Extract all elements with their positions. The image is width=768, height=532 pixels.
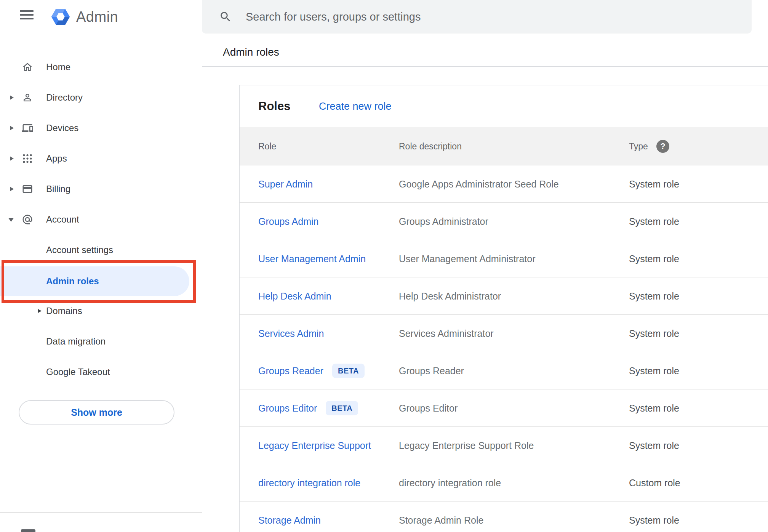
chevron-right-icon[interactable] bbox=[10, 126, 14, 130]
role-type: System role bbox=[629, 290, 679, 301]
role-link[interactable]: Legacy Enterprise Support bbox=[258, 440, 371, 451]
home-icon bbox=[22, 61, 33, 73]
devices-icon bbox=[22, 122, 33, 134]
sidebar-divider bbox=[0, 512, 202, 513]
role-type: System role bbox=[629, 328, 679, 339]
role-link[interactable]: Help Desk Admin bbox=[258, 290, 331, 301]
role-type: System role bbox=[629, 178, 679, 189]
chevron-right-icon[interactable] bbox=[10, 156, 14, 161]
search-bar bbox=[202, 0, 752, 34]
admin-console-page: Admin Home Directory Devices bbox=[0, 0, 768, 532]
create-new-role-link[interactable]: Create new role bbox=[319, 101, 392, 112]
roles-card: Roles Create new role Role Role descript… bbox=[239, 85, 768, 532]
role-link[interactable]: Services Admin bbox=[258, 328, 324, 339]
sidebar-item-account-settings[interactable]: Account settings bbox=[0, 235, 202, 265]
search-input[interactable] bbox=[246, 0, 733, 34]
sidebar-item-data-migration[interactable]: Data migration bbox=[0, 326, 202, 357]
table-row: Super Admin Google Apps Administrator Se… bbox=[240, 165, 768, 203]
apps-grid-icon bbox=[22, 153, 33, 164]
roles-table: Super Admin Google Apps Administrator Se… bbox=[240, 165, 768, 532]
chevron-down-icon[interactable] bbox=[8, 218, 14, 222]
sidebar-item-directory[interactable]: Directory bbox=[0, 82, 202, 113]
beta-badge: BETA bbox=[332, 364, 365, 378]
sidebar-item-label: Domains bbox=[46, 306, 82, 316]
table-row: Groups Reader BETA Groups Reader System … bbox=[240, 352, 768, 389]
table-row: Legacy Enterprise Support Legacy Enterpr… bbox=[240, 427, 768, 464]
role-type: System role bbox=[629, 365, 679, 376]
brand-header: Admin bbox=[0, 0, 202, 38]
role-description: Services Administrator bbox=[399, 328, 494, 339]
person-icon bbox=[22, 92, 33, 103]
clipped-icon bbox=[21, 529, 35, 532]
role-link[interactable]: Groups Reader bbox=[258, 365, 323, 376]
hamburger-menu-icon[interactable] bbox=[20, 10, 34, 21]
role-description: Groups Editor bbox=[399, 402, 458, 413]
role-type: Custom role bbox=[629, 477, 680, 488]
sidebar-item-home[interactable]: Home bbox=[0, 52, 202, 82]
credit-card-icon bbox=[22, 183, 33, 195]
card-header: Roles Create new role bbox=[240, 85, 768, 127]
sidebar-item-label: Account bbox=[46, 214, 79, 225]
chevron-right-icon[interactable] bbox=[38, 309, 42, 313]
role-description: Google Apps Administrator Seed Role bbox=[399, 178, 559, 189]
role-description: Legacy Enterprise Support Role bbox=[399, 440, 534, 451]
search-icon bbox=[219, 10, 232, 23]
sidebar-item-label: Admin roles bbox=[46, 276, 99, 287]
role-link[interactable]: Storage Admin bbox=[258, 514, 321, 526]
role-link[interactable]: Groups Admin bbox=[258, 216, 318, 227]
sidebar: Admin Home Directory Devices bbox=[0, 0, 202, 532]
sidebar-item-label: Home bbox=[46, 62, 70, 72]
sidebar-item-google-takeout[interactable]: Google Takeout bbox=[0, 357, 202, 387]
sidebar-item-label: Google Takeout bbox=[46, 367, 110, 377]
role-description: User Management Administrator bbox=[399, 253, 535, 264]
sidebar-item-label: Billing bbox=[46, 184, 70, 194]
column-header-role: Role bbox=[258, 141, 276, 151]
sidebar-item-label: Devices bbox=[46, 123, 78, 133]
page-title: Roles bbox=[258, 99, 290, 113]
role-type: System role bbox=[629, 253, 679, 264]
chevron-right-icon[interactable] bbox=[10, 95, 14, 100]
role-type: System role bbox=[629, 216, 679, 227]
table-row: Services Admin Services Administrator Sy… bbox=[240, 315, 768, 352]
role-type: System role bbox=[629, 514, 679, 526]
role-description: Help Desk Administrator bbox=[399, 290, 501, 301]
sidebar-item-label: Apps bbox=[46, 153, 67, 164]
sidebar-item-apps[interactable]: Apps bbox=[0, 143, 202, 174]
table-row: Storage Admin Storage Admin Role System … bbox=[240, 502, 768, 532]
table-row: Groups Admin Groups Administrator System… bbox=[240, 203, 768, 240]
table-row: Help Desk Admin Help Desk Administrator … bbox=[240, 277, 768, 315]
sidebar-item-account[interactable]: Account bbox=[0, 204, 202, 235]
admin-logo-icon[interactable] bbox=[50, 6, 72, 28]
role-link[interactable]: User Management Admin bbox=[258, 253, 366, 264]
beta-badge: BETA bbox=[326, 401, 358, 415]
sidebar-item-billing[interactable]: Billing bbox=[0, 174, 202, 204]
show-more-button[interactable]: Show more bbox=[19, 400, 174, 425]
sidebar-item-label: Directory bbox=[46, 92, 83, 103]
sidebar-item-domains[interactable]: Domains bbox=[0, 296, 202, 326]
at-sign-icon bbox=[22, 214, 33, 225]
role-type: System role bbox=[629, 440, 679, 451]
header-divider bbox=[202, 66, 768, 67]
role-link[interactable]: directory integration role bbox=[258, 477, 360, 488]
help-icon[interactable]: ? bbox=[656, 140, 669, 153]
sidebar-item-admin-roles[interactable]: Admin roles bbox=[0, 266, 189, 296]
table-row: User Management Admin User Management Ad… bbox=[240, 240, 768, 277]
column-header-type: Type bbox=[629, 141, 648, 151]
chevron-right-icon[interactable] bbox=[10, 187, 14, 191]
table-row: Groups Editor BETA Groups Editor System … bbox=[240, 389, 768, 427]
breadcrumb: Admin roles bbox=[223, 46, 279, 58]
role-type: System role bbox=[629, 402, 679, 413]
sidebar-item-label: Account settings bbox=[46, 245, 113, 255]
role-link[interactable]: Super Admin bbox=[258, 178, 313, 189]
role-description: Groups Reader bbox=[399, 365, 464, 376]
column-header-description: Role description bbox=[399, 141, 462, 151]
sidebar-item-label: Data migration bbox=[46, 336, 106, 347]
role-description: Storage Admin Role bbox=[399, 514, 483, 526]
table-header-row: Role Role description Type ? bbox=[240, 127, 768, 165]
role-description: directory integration role bbox=[399, 477, 501, 488]
brand-title: Admin bbox=[76, 9, 118, 25]
role-description: Groups Administrator bbox=[399, 216, 488, 227]
table-row: directory integration role directory int… bbox=[240, 464, 768, 502]
role-link[interactable]: Groups Editor bbox=[258, 402, 317, 413]
sidebar-item-devices[interactable]: Devices bbox=[0, 113, 202, 143]
